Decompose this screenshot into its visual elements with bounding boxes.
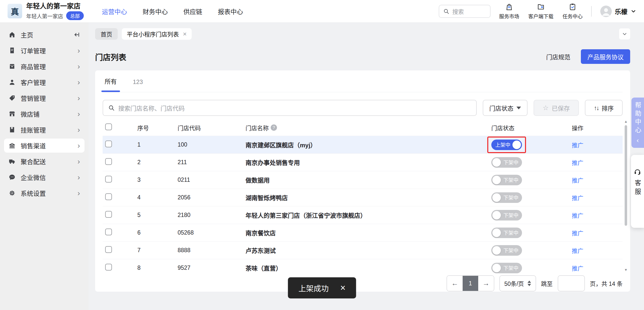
row-no: 4 xyxy=(130,194,171,201)
scroll-up-icon[interactable]: ▲ xyxy=(624,120,628,123)
table-row[interactable]: 2 211 南京办事处销售专用 下架中 推广 xyxy=(103,154,623,171)
sidebar-item-商品管理[interactable]: 商品管理 › xyxy=(4,59,85,73)
row-no: 8 xyxy=(130,264,171,271)
sidebar-item-销售渠道[interactable]: 销售渠道 › xyxy=(4,139,85,153)
prev-page-button[interactable]: ← xyxy=(447,276,463,291)
customer-service-tab[interactable]: 客服 xyxy=(631,155,644,228)
quick-link-客户端下载[interactable]: 客户端下载 xyxy=(528,3,553,20)
table-row[interactable]: 6 05268 南京餐饮店 下架中 推广 xyxy=(103,224,623,242)
status-toggle[interactable]: 下架中 xyxy=(491,228,522,238)
sidebar-item-微店铺[interactable]: 微店铺 › xyxy=(4,107,85,121)
jump-page-input[interactable] xyxy=(558,275,585,291)
status-toggle[interactable]: 下架中 xyxy=(491,245,522,256)
sidebar: 主页 订单管理 › 商品管理 › 客户管理 › 营销管理 › 微店铺 › 挂账管… xyxy=(0,23,89,310)
status-toggle[interactable]: 下架中 xyxy=(491,263,522,273)
promote-link[interactable]: 推广 xyxy=(572,142,583,149)
row-no: 7 xyxy=(130,247,171,254)
table-row[interactable]: 4 2056 湖南智烁烤鸭店 下架中 推广 xyxy=(103,189,623,206)
top-header: 真 年轻人的第一家店 年轻人第一家店 总部 运营中心财务中心供应链报表中心 搜索… xyxy=(0,0,644,23)
sidebar-item-订单管理[interactable]: 订单管理 › xyxy=(4,43,85,58)
table-row[interactable]: 8 9527 茶味（直营） 下架中 推广 xyxy=(103,259,623,273)
status-toggle[interactable]: 下架中 xyxy=(491,192,522,203)
scrollbar-thumb[interactable] xyxy=(625,125,627,226)
tabs-bar: 首页 平台小程序门店列表 × xyxy=(95,28,630,40)
store-search-input[interactable]: 搜索门店名称、门店代码 xyxy=(103,100,477,116)
tab-store-list-label: 平台小程序门店列表 xyxy=(127,30,179,38)
microshop-icon xyxy=(9,110,16,117)
row-checkbox[interactable] xyxy=(105,176,112,183)
card-tab-123[interactable]: 123 xyxy=(133,78,143,92)
promote-link[interactable]: 推广 xyxy=(572,177,583,184)
global-search-input[interactable]: 搜索 xyxy=(439,5,491,18)
help-center-tab[interactable]: 帮助中心 ‹ xyxy=(631,98,644,148)
sort-button[interactable]: ↑↓ 排序 xyxy=(585,100,623,116)
tab-store-list[interactable]: 平台小程序门店列表 × xyxy=(122,28,192,40)
page-size-select[interactable]: 50条/页 xyxy=(499,275,536,291)
scroll-down-icon[interactable]: ▼ xyxy=(624,268,628,272)
row-checkbox[interactable] xyxy=(105,193,112,200)
quick-link-任务中心[interactable]: 任务中心 xyxy=(562,3,583,20)
row-code: 2056 xyxy=(171,194,238,201)
sidebar-item-挂账管理[interactable]: 挂账管理 › xyxy=(4,123,85,137)
promote-link[interactable]: 推广 xyxy=(572,230,583,237)
saved-filters-button[interactable]: ☆ 已保存 xyxy=(534,100,579,116)
row-checkbox[interactable] xyxy=(105,264,112,271)
status-toggle[interactable]: 下架中 xyxy=(491,175,522,185)
tabs-collapse-button[interactable] xyxy=(619,28,630,39)
sidebar-item-聚合配送[interactable]: 聚合配送 › xyxy=(4,154,85,168)
promote-link[interactable]: 推广 xyxy=(572,248,583,254)
row-checkbox[interactable] xyxy=(105,158,112,165)
toast-close-icon[interactable]: × xyxy=(340,283,345,292)
row-checkbox[interactable] xyxy=(105,211,112,218)
customers-icon xyxy=(9,79,16,86)
top-nav: 运营中心财务中心供应链报表中心 xyxy=(102,7,243,16)
table-row[interactable]: 5 2180 年轻人的第三家门店（浙江省宁波市旗舰店） 下架中 推广 xyxy=(103,206,623,224)
tab-home[interactable]: 首页 xyxy=(95,28,118,40)
user-menu[interactable]: 乐檬 xyxy=(600,6,636,17)
wecom-icon xyxy=(9,174,16,181)
collapse-sidebar-icon[interactable] xyxy=(73,31,80,38)
status-toggle[interactable]: 下架中 xyxy=(491,157,522,168)
chevron-right-icon: › xyxy=(77,173,80,181)
card-tab-所有[interactable]: 所有 xyxy=(105,77,117,92)
top-nav-item[interactable]: 运营中心 xyxy=(102,7,127,16)
sidebar-item-主页[interactable]: 主页 xyxy=(4,28,85,42)
help-icon[interactable]: ? xyxy=(271,124,277,131)
sidebar-item-营销管理[interactable]: 营销管理 › xyxy=(4,91,85,105)
chevron-right-icon: › xyxy=(77,78,80,86)
status-toggle[interactable]: 下架中 xyxy=(491,210,522,220)
close-tab-icon[interactable]: × xyxy=(183,31,187,37)
top-nav-item[interactable]: 供应链 xyxy=(183,7,202,16)
chevron-right-icon: › xyxy=(77,126,80,134)
row-checkbox[interactable] xyxy=(105,246,112,253)
sidebar-item-企业微信[interactable]: 企业微信 › xyxy=(4,170,85,184)
chevron-left-icon: ‹ xyxy=(637,137,639,144)
next-page-button[interactable]: → xyxy=(478,276,494,291)
top-nav-item[interactable]: 财务中心 xyxy=(143,7,168,16)
customer-service-label: 客服 xyxy=(633,180,642,197)
store-subtitle: 年轻人第一家店 xyxy=(26,12,63,20)
quick-link-服务市场[interactable]: 服务市场 xyxy=(499,3,519,20)
store-standard-link[interactable]: 门店规范 xyxy=(546,52,570,61)
promote-link[interactable]: 推广 xyxy=(572,160,583,166)
table-row[interactable]: 1 100 南京建邺区旗舰店（myj） 上架中 推广 xyxy=(103,136,623,154)
pager-group: ← 1 → xyxy=(447,275,494,291)
select-all-checkbox[interactable] xyxy=(105,123,112,130)
store-status-filter[interactable]: 门店状态 xyxy=(483,100,528,116)
status-toggle[interactable]: 上架中 xyxy=(491,140,522,150)
table-row[interactable]: 3 0211 做数据用 下架中 推广 xyxy=(103,171,623,189)
sidebar-item-系统设置[interactable]: 系统设置 › xyxy=(4,186,85,200)
promote-link[interactable]: 推广 xyxy=(572,265,583,272)
sidebar-item-客户管理[interactable]: 客户管理 › xyxy=(4,75,85,89)
promote-link[interactable]: 推广 xyxy=(572,212,583,219)
row-checkbox[interactable] xyxy=(105,141,112,147)
headset-icon xyxy=(634,168,641,175)
table-scrollbar[interactable]: ▲ ▼ xyxy=(624,120,628,272)
table-row[interactable]: 7 8888 卢苏东测试 下架中 推广 xyxy=(103,242,623,259)
top-nav-item[interactable]: 报表中心 xyxy=(218,7,243,16)
row-checkbox[interactable] xyxy=(105,229,112,235)
quick-links: 服务市场客户端下载任务中心 xyxy=(499,3,583,20)
promote-link[interactable]: 推广 xyxy=(572,195,583,201)
service-agreement-button[interactable]: 产品服务协议 xyxy=(581,49,630,64)
row-name: 南京建邺区旗舰店（myj） xyxy=(238,140,484,149)
